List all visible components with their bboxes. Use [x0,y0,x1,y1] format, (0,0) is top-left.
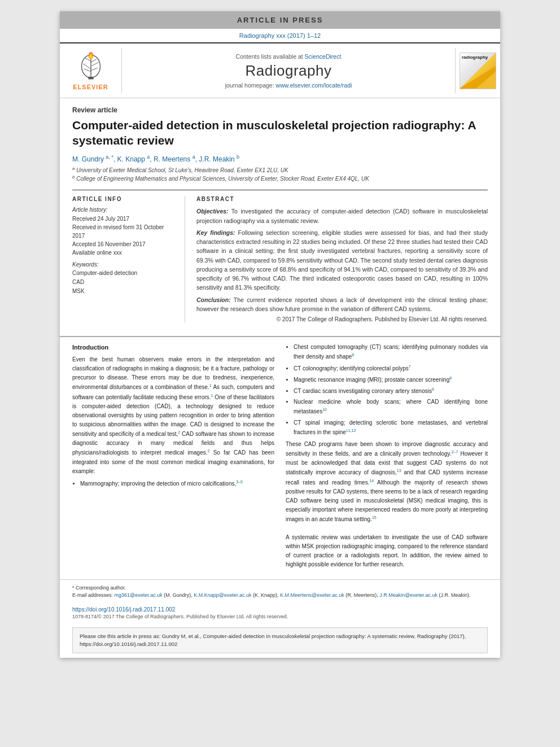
bullet-right-1: Chest computed tomography (CT) scans; id… [294,343,488,361]
conclusion-text: The current evidence reported shows a la… [196,296,488,312]
intro-paragraph1: Even the best human observers make error… [72,355,274,475]
svg-line-4 [91,62,99,66]
svg-point-10 [89,54,93,58]
affiliation-b: b College of Engineering Mathematics and… [72,174,488,182]
homepage-url[interactable]: www.elsevier.com/locate/radi [276,82,352,89]
body-content: Introduction Even the best human observe… [60,336,500,575]
homepage-line: journal homepage: www.elsevier.com/locat… [225,82,352,89]
citation-box: Please cite this article in press as: Gu… [72,627,488,654]
bullets-left: Mammography; improving the detection of … [80,479,274,488]
copyright-line: © 2017 The College of Radiographers. Pub… [196,316,488,322]
article-title: Computer-aided detection in musculoskele… [72,117,488,148]
keyword-2: CAD [72,278,177,287]
article-info-abstract-section: ARTICLE INFO Article history: Received 2… [72,190,488,322]
homepage-prefix: journal homepage: [225,82,276,89]
affiliation-a: a University of Exeter Medical School, S… [72,166,488,173]
bullets-right: Chest computed tomography (CT) scans; id… [294,343,488,437]
main-content: Review article Computer-aided detection … [60,98,500,330]
email-2[interactable]: K.M.Knapp@exeter.ac.uk [194,592,251,598]
doi-header-text: Radiography xxx (2017) 1–12 [239,32,321,39]
elsevier-logo-block: ELSEVIER [60,48,122,93]
radiography-logo-graphic [460,66,496,89]
intro-paragraph2: These CAD programs have been shown to im… [286,440,488,524]
body-right-col: Chest computed tomography (CT) scans; id… [286,343,488,569]
svg-line-6 [91,68,98,71]
article-type-label: Review article [72,106,488,114]
footer-notes: * Corresponding author. E-mail addresses… [60,579,500,604]
body-two-col: Introduction Even the best human observe… [72,343,488,569]
svg-line-8 [91,59,97,63]
sciencedirect-link[interactable]: ScienceDirect [305,53,342,60]
journal-title: Radiography [246,62,332,80]
journal-center: Contents lists available at ScienceDirec… [122,48,455,93]
article-info-column: ARTICLE INFO Article history: Received 2… [72,196,185,322]
abstract-column: ABSTRACT Objectives: To investigated the… [196,196,488,322]
article-info-header: ARTICLE INFO [72,196,177,202]
body-left-col: Introduction Even the best human observe… [72,343,274,569]
doi-link[interactable]: https://doi.org/10.1016/j.radi.2017.11.0… [72,606,175,613]
introduction-title: Introduction [72,343,274,352]
conclusion-label: Conclusion: [196,296,231,303]
objectives-label: Objectives: [196,208,229,215]
article-history-label: Article history: [72,207,177,213]
bullet-right-5: Nuclear medicine whole body scans; where… [294,397,488,416]
banner-text: ARTICLE IN PRESS [237,16,323,24]
authors-line: M. Gundry a, *, K. Knapp a, R. Meertens … [72,154,488,163]
bullet-right-6: CT spinal imaging; detecting sclerotic b… [294,418,488,437]
footer-doi[interactable]: https://doi.org/10.1016/j.radi.2017.11.0… [60,604,500,614]
keywords-label: Keywords: [72,261,177,268]
svg-line-5 [84,69,91,72]
findings-text: Following selection screening, eligible … [196,229,488,291]
citation-text: Please cite this article in press as: Gu… [80,633,466,647]
keyword-3: MSK [72,287,177,296]
corresponding-author-note: * Corresponding author. [72,584,488,592]
elsevier-tree-icon [71,51,111,82]
keyword-1: Computer-aided detection [72,269,177,278]
article-received: Received 24 July 2017 Received in revise… [72,215,177,257]
contents-prefix: Contents lists available at [236,53,305,60]
objectives-text: To investigated the accuracy of computer… [196,208,488,224]
elsevier-label: ELSEVIER [73,84,108,90]
email-addresses-note: E-mail addresses: mg361@exeter.ac.uk (M.… [72,592,488,600]
bullet-right-4: CT cardiac scans investigating coronary … [294,386,488,396]
footer-issn: 1078-8174/© 2017 The College of Radiogra… [60,614,500,623]
page: ARTICLE IN PRESS Radiography xxx (2017) … [60,11,500,658]
aip-banner: ARTICLE IN PRESS [60,11,500,29]
email-1[interactable]: mg361@exeter.ac.uk [115,592,163,598]
radiography-logo-block: radiography [455,48,500,93]
abstract-text: Objectives: To investigated the accuracy… [196,207,488,313]
svg-line-3 [83,64,91,69]
intro-paragraph3: A systematic review was undertaken to in… [286,533,488,569]
abstract-header: ABSTRACT [196,196,488,202]
journal-header: ELSEVIER Contents lists available at Sci… [60,42,500,98]
email-3[interactable]: K.M.Meertens@exeter.ac.uk [280,592,344,598]
bullet-left-1: Mammography; improving the detection of … [80,479,274,488]
findings-label: Key findings: [196,229,235,236]
emails-label: E-mail addresses: [72,592,115,598]
radiography-logo-image: radiography [460,53,496,89]
bullet-right-3: Magnetic resonance imaging (MRI); prosta… [294,375,488,385]
contents-line: Contents lists available at ScienceDirec… [236,53,342,60]
email-4[interactable]: J.R.Meakin@exeter.ac.uk [379,592,438,598]
doi-header-line: Radiography xxx (2017) 1–12 [60,29,500,42]
bullet-right-2: CT colonography; identifying colorectal … [294,364,488,373]
